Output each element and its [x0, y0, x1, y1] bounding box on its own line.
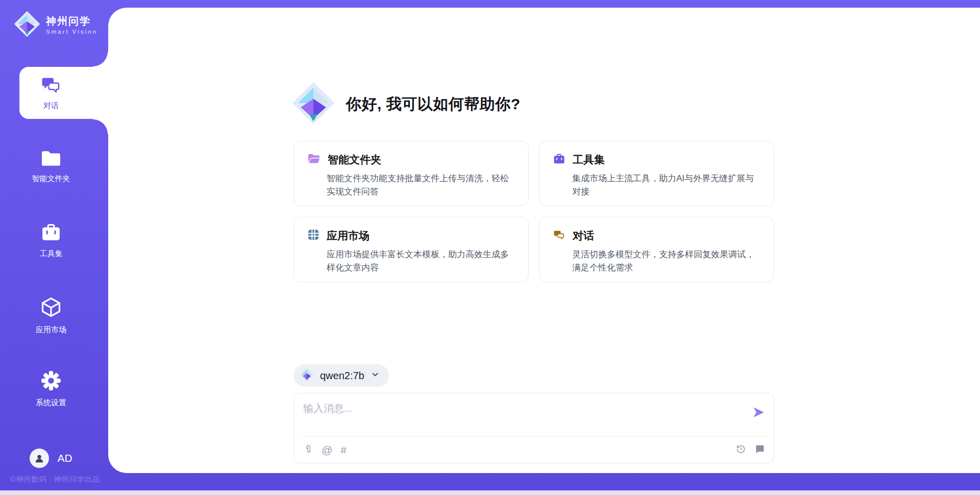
folder-open-icon	[307, 153, 321, 166]
brand-name: 神州问学	[46, 15, 97, 27]
card-desc: 集成市场上主流工具，助力AI与外界无缝扩展与对接	[572, 172, 761, 198]
sidebar-item-app-market[interactable]: 应用市场	[0, 296, 102, 335]
sidebar-item-label: 智能文件夹	[32, 174, 70, 184]
card-desc: 智能文件夹功能支持批量文件上传与清洗，轻松实现文件问答	[327, 172, 515, 198]
briefcase-icon	[553, 153, 566, 167]
card-title: 对话	[573, 229, 594, 243]
tab-fillet-top	[93, 52, 108, 67]
composer-divider	[300, 436, 768, 437]
sidebar-item-chat[interactable]: 对话	[19, 67, 108, 119]
sidebar-item-label: 工具集	[40, 249, 63, 259]
hash-button[interactable]: #	[340, 444, 347, 456]
chat-icon	[553, 229, 566, 243]
tab-fillet-bottom	[93, 119, 108, 134]
chat-bubbles-icon	[40, 75, 62, 97]
message-input[interactable]	[294, 393, 742, 433]
at-icon: @	[322, 444, 332, 456]
sidebar-item-settings[interactable]: 系统设置	[0, 370, 102, 408]
brand-logo-icon	[13, 10, 41, 40]
paperclip-icon	[303, 443, 313, 457]
card-chat[interactable]: 对话 灵活切换多模型文件，支持多样回复效果调试，满足个性化需求	[539, 217, 774, 282]
attach-button[interactable]	[303, 443, 313, 457]
sidebar-item-label: 对话	[43, 101, 59, 111]
model-logo-icon	[300, 367, 314, 384]
grid-icon	[307, 229, 320, 243]
composer: @ #	[293, 393, 774, 463]
avatar	[30, 449, 49, 468]
mention-button[interactable]: @	[322, 444, 332, 456]
model-name: qwen2:7b	[320, 370, 364, 382]
model-selector[interactable]: qwen2:7b	[293, 364, 389, 387]
history-button[interactable]	[736, 443, 746, 457]
card-toolkit[interactable]: 工具集 集成市场上主流工具，助力AI与外界无缝扩展与对接	[539, 141, 774, 206]
greeting-logo-icon	[291, 81, 336, 128]
brand-subtitle: Smart Vision	[46, 29, 97, 35]
send-button[interactable]	[751, 406, 766, 420]
sidebar-item-label: 系统设置	[36, 398, 66, 408]
user-badge[interactable]: AD	[0, 443, 102, 474]
history-icon	[736, 443, 746, 457]
cube-icon	[40, 296, 62, 320]
copyright: ©神州数码 · 神州问学出品	[10, 475, 112, 484]
user-initials: AD	[57, 452, 72, 464]
folder-icon	[40, 149, 62, 169]
card-smart-folder[interactable]: 智能文件夹 智能文件夹功能支持批量文件上传与清洗，轻松实现文件问答	[293, 141, 529, 206]
card-app-market[interactable]: 应用市场 应用市场提供丰富长文本模板，助力高效生成多样化文章内容	[293, 217, 529, 282]
sidebar: 神州问学 Smart Vision 对话	[0, 0, 108, 495]
bottom-strip	[0, 490, 980, 495]
hash-icon: #	[340, 444, 347, 456]
briefcase-icon	[40, 223, 62, 244]
sidebar-item-label: 应用市场	[36, 325, 66, 335]
card-title: 工具集	[573, 153, 605, 167]
app-root: 神州问学 Smart Vision 对话	[0, 0, 980, 495]
card-desc: 应用市场提供丰富长文本模板，助力高效生成多样化文章内容	[327, 248, 515, 274]
card-title: 智能文件夹	[328, 153, 381, 167]
send-icon	[752, 406, 765, 420]
chevron-down-icon	[371, 370, 380, 381]
brand: 神州问学 Smart Vision	[13, 10, 97, 40]
gear-icon	[40, 370, 62, 393]
sidebar-item-toolkit[interactable]: 工具集	[0, 223, 102, 259]
quick-chat-button[interactable]	[754, 444, 765, 457]
feature-cards: 智能文件夹 智能文件夹功能支持批量文件上传与清洗，轻松实现文件问答 工具集 集成…	[293, 141, 774, 282]
greeting-title: 你好, 我可以如何帮助你?	[346, 94, 521, 115]
card-desc: 灵活切换多模型文件，支持多样回复效果调试，满足个性化需求	[572, 248, 761, 274]
greeting: 你好, 我可以如何帮助你?	[291, 81, 521, 128]
card-title: 应用市场	[327, 229, 370, 243]
sidebar-item-smart-folder[interactable]: 智能文件夹	[0, 149, 102, 184]
chat-bubble-icon	[754, 444, 765, 457]
